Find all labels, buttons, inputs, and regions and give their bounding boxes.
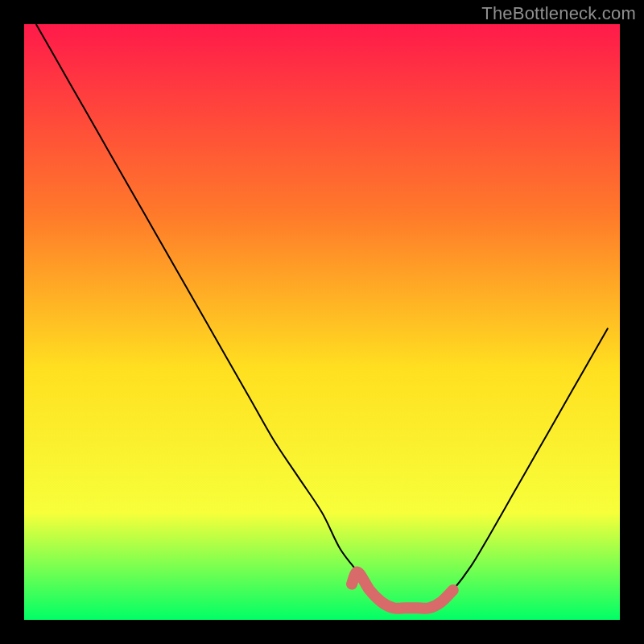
gradient-background [24, 24, 620, 620]
plot-area [24, 24, 620, 620]
chart-frame: TheBottleneck.com [0, 0, 644, 644]
chart-svg [24, 24, 620, 620]
watermark-text: TheBottleneck.com [481, 3, 636, 24]
